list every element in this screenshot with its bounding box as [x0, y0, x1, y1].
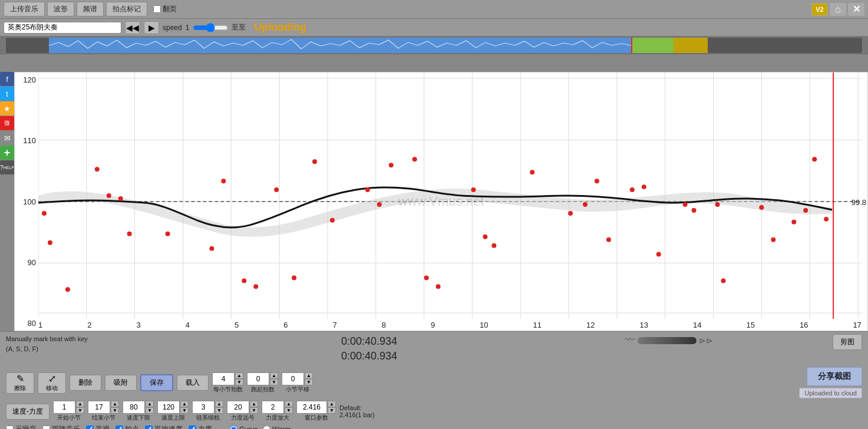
x-label-14: 14	[693, 321, 701, 329]
prev-button[interactable]: ◀◀	[125, 21, 140, 34]
speed-low-label: 速度下限	[127, 414, 150, 422]
svg-point-39	[312, 159, 317, 164]
mail-button[interactable]: ✉	[0, 131, 14, 145]
speed-high-down[interactable]: ▼	[180, 407, 189, 414]
upload-music-button[interactable]: 上传音乐	[4, 2, 45, 16]
load-button[interactable]: 载入	[177, 375, 209, 391]
force-checkbox[interactable]	[189, 425, 196, 429]
speed-slider[interactable]	[193, 23, 228, 32]
no-noise-checkbox[interactable]	[6, 425, 14, 429]
bar-count-input[interactable]: 0	[247, 372, 269, 385]
help-button[interactable]: ?HELP	[0, 160, 14, 174]
speed-low-down[interactable]: ▼	[146, 407, 154, 414]
split-screenshot-button[interactable]: 分享截图	[807, 367, 862, 386]
smooth-checkbox[interactable]	[86, 425, 94, 429]
force-scale-input[interactable]: 2	[262, 401, 284, 414]
force-scale-up[interactable]: ▲	[285, 401, 293, 407]
force-text: 力度	[198, 424, 212, 429]
beats-per-bar-down[interactable]: ▼	[235, 379, 243, 385]
x-label-13: 13	[640, 321, 648, 329]
play-button[interactable]: ▶	[144, 21, 159, 34]
svg-point-32	[166, 232, 170, 236]
speed-force-button[interactable]: 速度-力度	[6, 404, 49, 420]
song-name-input[interactable]: 英奥25布朗夫奏	[4, 22, 121, 34]
start-bar-input[interactable]: 1	[53, 401, 75, 414]
save-button[interactable]: 保存	[140, 374, 173, 391]
force-scale-down[interactable]: ▼	[285, 407, 293, 414]
curve-radio[interactable]	[230, 425, 237, 429]
stop-label: 至至	[232, 22, 246, 32]
zoom-slider[interactable]	[638, 337, 697, 344]
bar-count-down[interactable]: ▼	[270, 379, 278, 385]
window-param-down[interactable]: ▼	[328, 407, 336, 414]
controls-row1: ✎ 擦除 ⤢ 移动 删除 吸附 保存 载入 4 ▲ ▼ 每小节拍数 0	[0, 366, 868, 400]
svg-point-51	[568, 211, 573, 216]
star-button[interactable]: ★	[0, 101, 14, 116]
speed-high-up[interactable]: ▲	[180, 401, 189, 407]
home-button[interactable]: ⌂	[830, 3, 846, 16]
speed-low-up[interactable]: ▲	[146, 401, 154, 407]
plus-button[interactable]: +	[0, 146, 14, 160]
close-button[interactable]: ✕	[848, 3, 864, 16]
svg-point-47	[471, 187, 476, 192]
beat-marker-button[interactable]: 拍点标记	[106, 2, 147, 16]
end-bar-input[interactable]: 17	[88, 401, 110, 414]
spectrogram-button[interactable]: 频谱	[77, 2, 104, 16]
y-label-110: 110	[15, 136, 38, 145]
start-bar-down[interactable]: ▼	[76, 407, 84, 414]
bar-count-group: 0 ▲ ▼ 跑起拍数	[247, 372, 278, 394]
top-toolbar: 上传音乐 波形 频谱 拍点标记 翻页 V2 ⌂ ✕	[0, 0, 868, 19]
page-flip-checkbox-label: 翻页	[153, 4, 177, 14]
waveform-zoom: 〰 ⊳⊳	[625, 334, 713, 346]
beat-point-checkbox[interactable]	[115, 425, 123, 429]
bar-offset-group: 0 ▲ ▼ 小节平移	[282, 372, 313, 394]
facebook-button[interactable]: f	[0, 72, 14, 86]
y-label-90: 90	[15, 258, 38, 267]
twitter-button[interactable]: t	[0, 87, 14, 101]
svg-point-37	[274, 187, 279, 192]
v2-button[interactable]: V2	[811, 3, 828, 16]
weibo-button[interactable]: 微	[0, 116, 14, 130]
svg-point-58	[683, 202, 688, 207]
bar-offset-up[interactable]: ▲	[305, 372, 313, 379]
follow-music-checkbox[interactable]	[42, 425, 50, 429]
end-bar-down[interactable]: ▼	[111, 407, 119, 414]
edit-button[interactable]: 剪图	[833, 334, 862, 350]
page-flip-checkbox[interactable]	[153, 5, 161, 13]
beat-info-line1: Manually mark beat with key	[6, 334, 114, 344]
absorb-button[interactable]: 吸附	[105, 375, 137, 391]
speed-low-input[interactable]: 80	[123, 401, 145, 414]
bar-count-up[interactable]: ▲	[270, 372, 278, 379]
beats-per-bar-up[interactable]: ▲	[235, 372, 243, 379]
bar-offset-input[interactable]: 0	[282, 372, 304, 385]
line-width-input[interactable]: 3	[192, 401, 214, 414]
beats-per-bar-input[interactable]: 4	[212, 372, 235, 385]
svg-point-59	[692, 208, 697, 213]
window-param-input[interactable]: 2.416	[296, 401, 327, 414]
delete-button[interactable]: 删除	[70, 375, 101, 391]
window-param-up[interactable]: ▲	[328, 401, 336, 407]
force-smooth-down[interactable]: ▼	[250, 407, 258, 414]
avg-speed-checkbox[interactable]	[145, 425, 153, 429]
waveform-container[interactable]	[6, 38, 862, 53]
speed-high-input[interactable]: 120	[157, 401, 180, 414]
svg-point-40	[330, 218, 335, 223]
erase-button[interactable]: ✎ 擦除	[6, 372, 34, 394]
end-bar-up[interactable]: ▲	[111, 401, 119, 407]
bar-offset-down[interactable]: ▼	[305, 379, 313, 385]
x-label-5: 5	[235, 321, 239, 329]
waveform-button[interactable]: 波形	[47, 2, 74, 16]
force-smooth-input[interactable]: 20	[227, 401, 249, 414]
upload-cloud-label: Uploaded to cloud	[799, 388, 862, 398]
line-width-up[interactable]: ▲	[215, 401, 223, 407]
line-width-down[interactable]: ▼	[215, 407, 223, 414]
force-smooth-up[interactable]: ▲	[250, 401, 258, 407]
x-label-12: 12	[586, 321, 595, 329]
svg-point-49	[491, 243, 496, 248]
svg-point-45	[424, 275, 429, 280]
beat-point-text: 拍点	[125, 424, 139, 429]
start-bar-up[interactable]: ▲	[76, 401, 84, 407]
svg-point-52	[583, 202, 588, 207]
move-button[interactable]: ⤢ 移动	[38, 372, 66, 394]
worm-radio[interactable]	[263, 425, 270, 429]
